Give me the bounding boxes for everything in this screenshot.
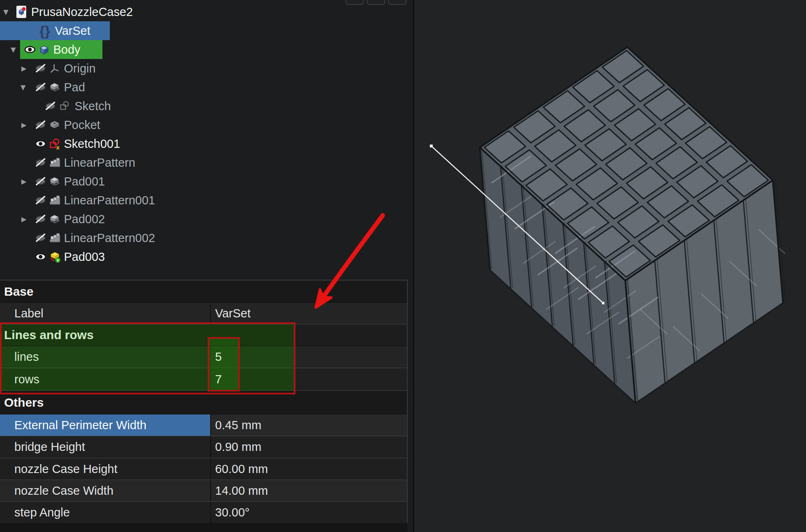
eye-hidden-icon[interactable] — [34, 115, 47, 134]
property-row-lines: lines 5 — [0, 346, 407, 368]
eye-hidden-icon[interactable] — [34, 191, 47, 210]
expander-expanded-icon[interactable]: ▾ — [3, 2, 9, 21]
tree-item-label: Sketch — [75, 97, 111, 115]
eye-hidden-icon[interactable] — [34, 153, 47, 172]
property-panel-bottom-strip — [0, 523, 408, 532]
varset-icon: {} — [39, 21, 50, 40]
tree-item-label: LinearPattern002 — [64, 229, 155, 247]
sketch-line-end-point — [602, 302, 604, 304]
pad-icon — [48, 78, 61, 97]
tree-item-label: Origin — [64, 59, 95, 78]
tree-item-varset[interactable]: {} VarSet — [0, 21, 413, 40]
tree-item-label: Pad002 — [64, 210, 105, 229]
tree-item-label: Sketch001 — [64, 134, 120, 153]
tree-item-label: Pocket — [64, 115, 100, 134]
property-value[interactable]: 5 — [211, 346, 407, 368]
tree-item-label: Body — [53, 40, 80, 59]
eye-hidden-icon[interactable] — [34, 59, 47, 78]
tree-item-body[interactable]: ▾ Body — [0, 40, 413, 59]
tree-item-label: LinearPattern — [64, 153, 135, 172]
linear-pattern-icon — [48, 191, 61, 210]
model-tree: ▾ PrusaNozzleCase2 {} VarSet ▾ Body — [0, 0, 413, 280]
property-row-step-angle: step Angle 30.00° — [0, 502, 407, 524]
property-group-lines-and-rows[interactable]: Lines and rows — [0, 324, 407, 346]
expander-collapsed-icon[interactable]: ▸ — [21, 172, 27, 191]
tree-item-label: LinearPattern001 — [64, 191, 155, 210]
eye-hidden-icon[interactable] — [34, 210, 47, 229]
eye-visible-icon[interactable] — [34, 134, 47, 153]
svg-text:x: x — [56, 144, 60, 151]
tree-item-label: Pad001 — [64, 172, 105, 191]
eye-hidden-icon[interactable] — [44, 97, 57, 115]
property-label-selected[interactable]: External Perimeter Width — [0, 414, 211, 436]
group-header-label: Lines and rows — [4, 328, 93, 342]
property-label[interactable]: Label — [0, 303, 211, 324]
tree-item-document[interactable]: ▾ PrusaNozzleCase2 — [0, 2, 413, 21]
pad-icon — [48, 210, 61, 229]
property-row-bridge-height: bridge Height 0.90 mm — [0, 436, 407, 458]
sketch-icon — [58, 97, 71, 115]
tree-item-label: Pad003 — [64, 247, 105, 266]
property-label[interactable]: nozzle Case Height — [0, 458, 211, 480]
tree-item-pad001[interactable]: ▸ Pad001 — [0, 172, 413, 191]
property-row-nozzle-case-height: nozzle Case Height 60.00 mm — [0, 458, 407, 480]
tree-item-pad003[interactable]: Pad003 — [0, 247, 413, 266]
property-value[interactable]: 7 — [211, 368, 407, 390]
property-value[interactable]: 0.90 mm — [211, 436, 407, 458]
tree-item-pad002[interactable]: ▸ Pad002 — [0, 210, 413, 229]
tree-item-pad[interactable]: ▾ Pad — [0, 78, 413, 97]
expander-expanded-icon[interactable]: ▾ — [20, 78, 26, 97]
property-row-external-perimeter-width: External Perimeter Width 0.45 mm — [0, 414, 407, 436]
property-value[interactable]: VarSet — [211, 303, 407, 324]
tree-item-label: VarSet — [55, 21, 91, 40]
property-group-base[interactable]: Base — [0, 281, 407, 303]
pad-icon — [48, 172, 61, 191]
pocket-icon — [48, 115, 61, 134]
freecad-window: { "window": { "toolbar_button_count": 3 … — [0, 0, 806, 532]
expander-collapsed-icon[interactable]: ▸ — [21, 210, 27, 229]
property-label[interactable]: rows — [0, 368, 211, 390]
sketch-line-start-point — [430, 145, 433, 147]
tree-item-pocket[interactable]: ▸ Pocket — [0, 115, 413, 134]
linear-pattern-icon — [48, 153, 61, 172]
tree-item-linearpattern001[interactable]: LinearPattern001 — [0, 191, 413, 210]
expander-collapsed-icon[interactable]: ▸ — [21, 59, 27, 78]
tree-item-label: PrusaNozzleCase2 — [31, 2, 133, 21]
tree-item-linearpattern[interactable]: LinearPattern — [0, 153, 413, 172]
property-value[interactable]: 14.00 mm — [211, 480, 407, 501]
property-row-label: Label VarSet — [0, 303, 407, 324]
tree-item-origin[interactable]: ▸ Origin — [0, 59, 413, 78]
property-label[interactable]: lines — [0, 346, 211, 368]
3d-viewport[interactable] — [414, 0, 806, 532]
linear-pattern-icon — [48, 229, 61, 247]
property-label[interactable]: step Angle — [0, 502, 211, 523]
group-header-label: Others — [4, 396, 44, 410]
origin-icon — [48, 59, 61, 78]
property-group-others[interactable]: Others — [0, 391, 407, 414]
tree-item-label: Pad — [64, 78, 85, 97]
eye-visible-icon[interactable] — [24, 40, 36, 59]
property-label[interactable]: nozzle Case Width — [0, 480, 211, 501]
property-editor: Base Label VarSet Lines and rows lines 5… — [0, 280, 408, 532]
body-icon — [38, 40, 51, 59]
property-label[interactable]: bridge Height — [0, 436, 211, 458]
eye-hidden-icon[interactable] — [34, 229, 47, 247]
nozzle-case-model — [414, 0, 806, 532]
document-icon — [15, 2, 28, 21]
tree-item-linearpattern002[interactable]: LinearPattern002 — [0, 229, 413, 247]
tree-item-sketch[interactable]: Sketch — [0, 97, 413, 115]
eye-hidden-icon[interactable] — [34, 78, 47, 97]
expander-expanded-icon[interactable]: ▾ — [11, 40, 16, 59]
property-value[interactable]: 0.45 mm — [211, 414, 407, 436]
expander-collapsed-icon[interactable]: ▸ — [21, 115, 27, 134]
pad-tip-icon — [48, 247, 62, 266]
property-value[interactable]: 60.00 mm — [211, 458, 407, 480]
eye-hidden-icon[interactable] — [34, 172, 47, 191]
property-row-nozzle-case-width: nozzle Case Width 14.00 mm — [0, 480, 407, 502]
eye-visible-icon[interactable] — [34, 247, 47, 266]
property-row-rows: rows 7 — [0, 368, 407, 391]
group-header-label: Base — [4, 285, 34, 299]
sketch-invalid-icon: x — [48, 134, 62, 153]
tree-item-sketch001[interactable]: x Sketch001 — [0, 134, 413, 153]
property-value[interactable]: 30.00° — [211, 502, 407, 523]
